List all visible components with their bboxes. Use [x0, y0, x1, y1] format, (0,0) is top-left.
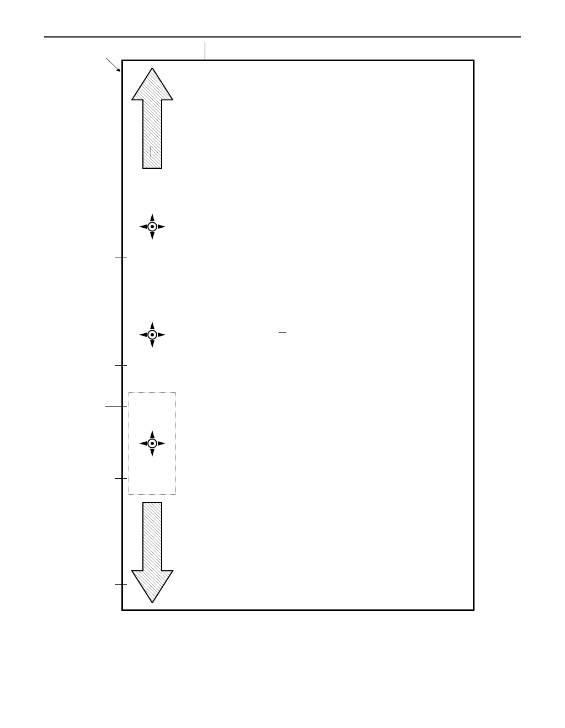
- compass-icon: [138, 212, 167, 241]
- figure-container: [45, 60, 520, 611]
- navigator-row: [129, 68, 176, 603]
- compass-icon: [138, 320, 167, 349]
- compass-age[interactable]: [129, 284, 176, 386]
- page-header: [44, 33, 521, 38]
- content-grid: [184, 68, 460, 603]
- action-arrow-left[interactable]: [129, 501, 176, 603]
- main-panel: [121, 60, 475, 611]
- compass-actor[interactable]: [129, 176, 176, 277]
- compass-genre[interactable]: [129, 392, 176, 495]
- compass-icon: [138, 429, 167, 458]
- svg-point-1: [151, 442, 154, 445]
- svg-point-5: [151, 225, 154, 228]
- comedy-arrow-right[interactable]: [129, 68, 176, 169]
- patent-page: [0, 0, 565, 728]
- svg-point-3: [151, 333, 154, 336]
- rotated-figure: [90, 60, 475, 611]
